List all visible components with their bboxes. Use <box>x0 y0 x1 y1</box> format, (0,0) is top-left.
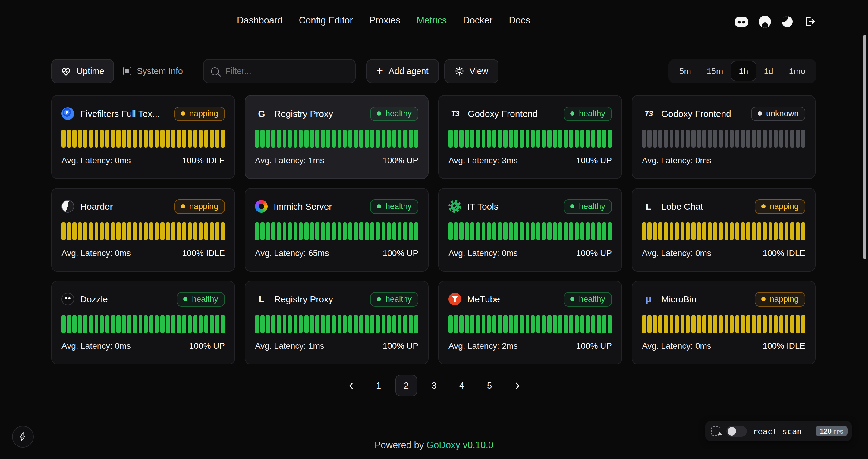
uptime-bar <box>476 315 480 333</box>
service-card-immich-server[interactable]: Immich Server healthy Avg. Latency: 65ms… <box>245 188 429 272</box>
time-range-5m[interactable]: 5m <box>672 61 699 81</box>
uptime-bar <box>509 222 513 240</box>
nav-docs[interactable]: Docs <box>509 15 530 26</box>
uptime-bar <box>403 130 407 147</box>
uptime-bar <box>691 130 695 147</box>
header-icons <box>735 15 816 28</box>
page-button-3[interactable]: 3 <box>423 375 445 396</box>
service-card-hoarder[interactable]: Hoarder napping Avg. Latency: 0ms 100% I… <box>51 188 235 272</box>
nav-config-editor[interactable]: Config Editor <box>299 15 353 26</box>
uptime-bar <box>774 222 778 240</box>
uptime-bar <box>542 315 546 333</box>
uptime-bar <box>67 130 71 147</box>
status-text: healthy <box>579 201 605 210</box>
uptime-bar <box>591 222 595 240</box>
nav-metrics[interactable]: Metrics <box>416 15 447 26</box>
status-dot-icon <box>377 111 381 116</box>
avg-latency: Avg. Latency: 0ms <box>448 248 518 258</box>
uptime-bar <box>470 315 474 333</box>
github-icon[interactable] <box>759 15 771 27</box>
service-card-it-tools[interactable]: IT Tools healthy Avg. Latency: 0ms 100% … <box>438 188 622 272</box>
filter-input[interactable] <box>224 66 347 76</box>
uptime-bar <box>520 315 524 333</box>
time-range-1d[interactable]: 1d <box>756 61 781 81</box>
microbin-icon: μ <box>642 292 655 306</box>
uptime-bars <box>255 130 418 147</box>
service-card-microbin[interactable]: μ MicroBin napping Avg. Latency: 0ms 100… <box>632 281 815 364</box>
uptime-bar <box>670 222 673 240</box>
status-dot-icon <box>181 111 185 116</box>
filter-field[interactable] <box>203 59 355 83</box>
uptime-bar <box>89 130 93 147</box>
status-badge: napping <box>174 199 225 214</box>
uptime-bar <box>515 222 518 240</box>
nav-dashboard[interactable]: Dashboard <box>237 15 283 26</box>
view-button[interactable]: View <box>444 59 498 83</box>
status-text: healthy <box>385 201 412 210</box>
service-card-registry-proxy-1[interactable]: G Registry Proxy healthy Avg. Latency: 1… <box>245 95 429 179</box>
service-card-registry-proxy-2[interactable]: L Registry Proxy healthy Avg. Latency: 1… <box>245 281 429 364</box>
uptime-bar <box>681 222 684 240</box>
uptime-bar <box>348 130 352 147</box>
next-page-button[interactable] <box>506 375 528 396</box>
avg-latency: Avg. Latency: 65ms <box>255 248 329 258</box>
uptime-bar <box>730 130 734 147</box>
card-header: Dozzle healthy <box>61 290 225 308</box>
service-card-godoxy-frontend-2[interactable]: T3 Godoxy Frontend unknown Avg. Latency:… <box>632 95 815 179</box>
uptime-bar <box>487 130 491 147</box>
tab-system-info[interactable]: System Info <box>114 59 192 83</box>
status-badge: unknown <box>751 106 805 121</box>
version-link[interactable]: v0.10.0 <box>463 440 494 450</box>
prev-page-button[interactable] <box>340 375 362 396</box>
uptime-bar <box>260 222 264 240</box>
time-range-1h[interactable]: 1h <box>731 61 756 81</box>
dark-mode-icon[interactable] <box>782 16 793 27</box>
service-card-godoxy-frontend-1[interactable]: T3 Godoxy Frontend healthy Avg. Latency:… <box>438 95 622 179</box>
main-nav: Dashboard Config Editor Proxies Metrics … <box>237 15 530 26</box>
uptime-bar <box>266 222 270 240</box>
service-card-dozzle[interactable]: Dozzle healthy Avg. Latency: 0ms 100% UP <box>51 281 235 364</box>
uptime-bar <box>122 222 126 240</box>
uptime-bar <box>503 130 507 147</box>
page-button-5[interactable]: 5 <box>478 375 500 396</box>
time-range-1mo[interactable]: 1mo <box>781 61 813 81</box>
tab-uptime[interactable]: Uptime <box>51 59 114 83</box>
status-text: healthy <box>385 109 412 118</box>
uptime-bar <box>553 130 557 147</box>
godoxy-link[interactable]: GoDoxy <box>427 440 460 450</box>
uptime-bar <box>182 315 186 333</box>
uptime-bar <box>260 315 264 333</box>
discord-icon[interactable] <box>735 17 748 26</box>
logout-icon[interactable] <box>804 15 816 28</box>
immich-icon <box>255 200 268 212</box>
time-range-15m[interactable]: 15m <box>699 61 731 81</box>
page-button-1[interactable]: 1 <box>368 375 390 396</box>
uptime-bar <box>182 222 186 240</box>
uptime-bar <box>542 130 546 147</box>
uptime-bar <box>713 222 717 240</box>
uptime-bar <box>779 315 783 333</box>
nav-docker[interactable]: Docker <box>463 15 493 26</box>
page-button-2[interactable]: 2 <box>396 375 417 396</box>
uptime-bar <box>177 222 181 240</box>
service-card-metube[interactable]: MeTube healthy Avg. Latency: 2ms 100% UP <box>438 281 622 364</box>
service-name: IT Tools <box>467 201 558 211</box>
service-card-fivefilters[interactable]: Fivefilters Full Tex... napping Avg. Lat… <box>51 95 235 179</box>
scrollbar-thumb[interactable] <box>863 35 866 259</box>
react-scan-toggle[interactable] <box>726 426 747 436</box>
uptime-percent: 100% IDLE <box>763 341 805 351</box>
quick-actions-button[interactable] <box>12 426 34 448</box>
service-card-lobe-chat[interactable]: L Lobe Chat napping Avg. Latency: 0ms 10… <box>632 188 815 272</box>
service-name: MicroBin <box>661 294 749 304</box>
add-agent-button[interactable]: + Add agent <box>366 59 438 83</box>
inspect-icon[interactable] <box>711 426 720 435</box>
card-footer: Avg. Latency: 0ms 100% IDLE <box>642 341 805 351</box>
service-name: Dozzle <box>80 294 171 304</box>
uptime-bar <box>100 130 104 147</box>
uptime-bar <box>370 222 374 240</box>
page-button-4[interactable]: 4 <box>451 375 472 396</box>
service-name: Registry Proxy <box>274 294 364 304</box>
uptime-bar <box>150 130 153 147</box>
status-dot-icon <box>761 204 766 208</box>
nav-proxies[interactable]: Proxies <box>369 15 400 26</box>
